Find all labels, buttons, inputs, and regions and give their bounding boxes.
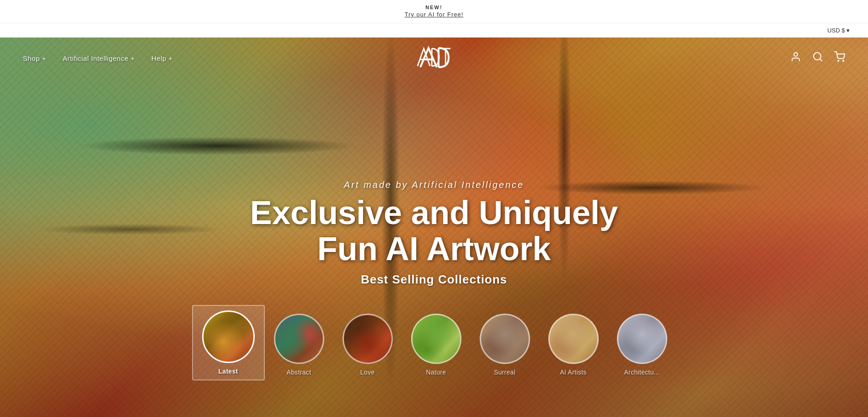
hero-title-text: Exclusive and Uniquely Fun AI Artwork <box>250 194 618 267</box>
collection-item-latest[interactable]: Latest <box>192 305 265 380</box>
collection-circle-ai-artists <box>548 314 599 364</box>
hero-section: NEW! Try our AI for Free! USD $ ▾ Shop +… <box>0 0 868 417</box>
svg-line-8 <box>820 59 822 61</box>
collection-item-architecture[interactable]: Architectu... <box>608 309 676 380</box>
site-logo[interactable] <box>416 43 452 73</box>
collection-label-ai-artists: AI Artists <box>560 369 586 376</box>
hero-tagline: Best Selling Collections <box>228 273 640 287</box>
hero-title: Exclusive and Uniquely Fun AI Artwork <box>228 195 640 267</box>
hero-subtitle: Art made by Artificial Intelligence <box>228 180 640 190</box>
logo-adt <box>416 43 452 69</box>
collection-item-surreal[interactable]: Surreal <box>471 309 539 380</box>
nav-right <box>790 51 845 65</box>
collection-label-latest: Latest <box>218 368 238 375</box>
currency-selector[interactable]: USD $ ▾ <box>827 27 850 34</box>
site-header: NEW! Try our AI for Free! USD $ ▾ Shop +… <box>0 0 868 79</box>
nav-ai[interactable]: Artificial Intelligence + <box>63 54 135 62</box>
header-main: Shop + Artificial Intelligence + Help + <box>0 37 868 79</box>
svg-point-10 <box>843 60 844 61</box>
collection-label-surreal: Surreal <box>494 369 515 376</box>
cart-icon[interactable] <box>834 51 845 65</box>
collection-circle-architecture <box>617 314 667 364</box>
svg-point-9 <box>838 60 839 61</box>
collection-label-love: Love <box>360 369 375 376</box>
collection-label-nature: Nature <box>426 369 446 376</box>
collection-label-abstract: Abstract <box>287 369 311 376</box>
collection-circle-love <box>343 314 393 364</box>
announcement-link[interactable]: Try our AI for Free! <box>405 11 464 18</box>
search-icon[interactable] <box>812 51 823 65</box>
collection-circle-nature <box>411 314 461 364</box>
collection-label-architecture: Architectu... <box>624 369 660 376</box>
announcement-new-label: NEW! <box>0 5 868 10</box>
nav-help[interactable]: Help + <box>151 54 173 62</box>
collection-circle-abstract <box>274 314 324 364</box>
nav-shop[interactable]: Shop + <box>23 54 46 62</box>
collection-item-abstract[interactable]: Abstract <box>265 309 333 380</box>
header-top-bar: USD $ ▾ <box>0 23 868 37</box>
collection-circle-latest <box>202 310 255 363</box>
svg-point-6 <box>794 53 798 56</box>
nav-left: Shop + Artificial Intelligence + Help + <box>23 54 173 62</box>
collection-item-love[interactable]: Love <box>333 309 402 380</box>
currency-label: USD $ ▾ <box>827 27 850 34</box>
collection-item-nature[interactable]: Nature <box>402 309 471 380</box>
collection-item-ai-artists[interactable]: AI Artists <box>539 309 608 380</box>
collection-circle-surreal <box>480 314 530 364</box>
hero-content: Art made by Artificial Intelligence Excl… <box>228 180 640 380</box>
announcement-bar: NEW! Try our AI for Free! <box>0 0 868 23</box>
account-icon[interactable] <box>790 51 801 65</box>
collections-row: Latest Abstract Love Nature Surreal <box>228 305 640 380</box>
